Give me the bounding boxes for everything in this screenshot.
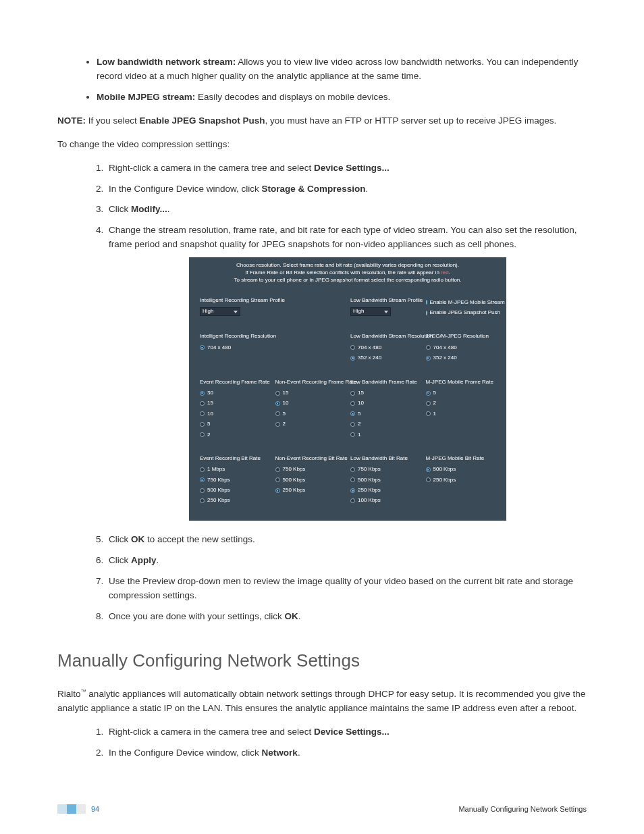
note-prefix: NOTE: [57, 115, 86, 126]
note-paragraph: NOTE: If you select Enable JPEG Snapshot… [57, 114, 587, 128]
radio-label: 250 Kbps [283, 486, 306, 494]
radio-icon [426, 477, 431, 482]
radio-label: 500 Kbps [207, 486, 230, 494]
radio-label: 1 [433, 410, 436, 418]
radio-nerbr-500[interactable]: 500 Kbps [275, 476, 346, 484]
radio-icon [350, 467, 355, 472]
panel-header-text: . [449, 269, 450, 276]
bullet-bold: Low bandwidth network stream: [97, 57, 236, 67]
settings-panel: Choose resolution. Select frame rate and… [189, 257, 506, 521]
label-irsp: Intelligent Recording Stream Profile [200, 296, 345, 305]
step-text: In the Configure Device window, click [109, 184, 262, 194]
col-irr: Intelligent Recording Resolution 704 x 4… [197, 328, 348, 369]
trademark-icon: ™ [81, 689, 86, 695]
step-text: . [298, 748, 300, 758]
radio-jmr-704[interactable]: 704 x 480 [426, 344, 496, 352]
step-text: Right-click a camera in the camera tree … [109, 727, 314, 737]
step-text: Right-click a camera in the camera tree … [109, 163, 314, 173]
col-nerbr: Non-Event Recording Bit Rate 750 Kbps 50… [273, 450, 348, 513]
radio-label: 750 Kbps [358, 465, 381, 473]
note-text: , you must have an FTP or HTTP server se… [265, 115, 557, 126]
step-item: Use the Preview drop-down men to review … [106, 575, 587, 603]
radio-lbsr-352[interactable]: 352 x 240 [350, 354, 421, 362]
radio-lbbr-500[interactable]: 500 Kbps [350, 476, 421, 484]
radio-mjfr-5[interactable]: 5 [426, 389, 496, 397]
radio-icon [275, 401, 280, 406]
paragraph-text: analytic appliances will automatically o… [57, 689, 585, 713]
radio-lbbr-750[interactable]: 750 Kbps [350, 465, 421, 473]
radio-label: 352 x 240 [433, 354, 457, 362]
radio-label: 500 Kbps [358, 476, 381, 484]
label-nerbr: Non-Event Recording Bit Rate [275, 454, 346, 463]
radio-enable-snap[interactable]: Enable JPEG Snapshot Push [426, 309, 496, 317]
radio-label: 10 [283, 399, 289, 407]
radio-lbfr-1[interactable]: 1 [350, 431, 421, 439]
col-enable: Enable M-JPEG Mobile Stream Enable JPEG … [423, 292, 499, 325]
radio-label: 5 [358, 410, 360, 418]
select-irsp[interactable]: High [200, 307, 240, 316]
radio-label: Enable M-JPEG Mobile Stream [430, 298, 505, 307]
label-nerfr: Non-Event Recording Frame Rate [275, 378, 346, 386]
radio-lbsr-704[interactable]: 704 x 480 [350, 344, 421, 352]
col-erbr: Event Recording Bit Rate 1 Mbps 750 Kbps… [197, 450, 273, 513]
select-lbsp[interactable]: High [350, 307, 391, 316]
radio-lbbr-250[interactable]: 250 Kbps [350, 486, 421, 494]
step-text: In the Configure Device window, click [109, 748, 262, 758]
radio-label: 15 [283, 389, 289, 397]
bullet-text: Easily decodes and displays on mobile de… [195, 92, 390, 102]
note-text: If you select [86, 115, 140, 126]
col-jmr: JPEG/M-JPEG Resolution 704 x 480 352 x 2… [423, 328, 499, 369]
radio-erfr-5[interactable]: 5 [200, 420, 270, 428]
radio-lbfr-10[interactable]: 10 [350, 399, 421, 407]
radio-nerfr-15[interactable]: 15 [275, 389, 346, 397]
col-lbfr: Low Bandwidth Frame Rate 15 10 5 2 1 [348, 374, 423, 446]
radio-erfr-2[interactable]: 2 [200, 431, 270, 439]
label-irr: Intelligent Recording Resolution [200, 332, 345, 340]
radio-nerfr-10[interactable]: 10 [275, 399, 346, 407]
radio-mjbr-250[interactable]: 250 Kbps [426, 476, 496, 484]
radio-nerfr-2[interactable]: 2 [275, 420, 346, 428]
radio-jmr-352[interactable]: 352 x 240 [426, 354, 496, 362]
radio-erbr-1m[interactable]: 1 Mbps [200, 465, 270, 473]
label-erbr: Event Recording Bit Rate [200, 454, 270, 463]
radio-icon [426, 300, 427, 305]
step-item: In the Configure Device window, click Ne… [106, 746, 587, 760]
radio-icon [426, 401, 431, 406]
radio-erfr-10[interactable]: 10 [200, 410, 270, 418]
radio-icon [426, 391, 431, 396]
radio-irr-704[interactable]: 704 x 480 [200, 344, 345, 352]
radio-label: 2 [358, 420, 360, 428]
radio-erbr-250[interactable]: 250 Kbps [200, 496, 270, 504]
radio-erfr-30[interactable]: 30 [200, 389, 270, 397]
step-bold: OK [131, 534, 144, 544]
step-item: Once you are done with your settings, cl… [106, 610, 587, 624]
steps-list-a: Right-click a camera in the camera tree … [57, 161, 587, 624]
radio-mjbr-500[interactable]: 500 Kbps [426, 465, 496, 473]
radio-lbfr-2[interactable]: 2 [350, 420, 421, 428]
radio-lbfr-5[interactable]: 5 [350, 410, 421, 418]
radio-enable-mjpeg[interactable]: Enable M-JPEG Mobile Stream [426, 298, 496, 307]
radio-lbbr-100[interactable]: 100 Kbps [350, 496, 421, 504]
radio-icon [426, 356, 431, 361]
radio-mjfr-2[interactable]: 2 [426, 399, 496, 407]
radio-icon [350, 477, 355, 482]
col-lbbr: Low Bandwidth Bit Rate 750 Kbps 500 Kbps… [348, 450, 423, 513]
step-item: Click OK to accept the new settings. [106, 533, 587, 547]
radio-lbfr-15[interactable]: 15 [350, 389, 421, 397]
radio-erbr-750[interactable]: 750 Kbps [200, 476, 270, 484]
footer-swatch-icon [57, 804, 86, 814]
radio-erbr-500[interactable]: 500 Kbps [200, 486, 270, 494]
radio-nerfr-5[interactable]: 5 [275, 410, 346, 418]
radio-erfr-15[interactable]: 15 [200, 399, 270, 407]
page-number: 94 [91, 805, 99, 813]
section2-paragraph: Rialto™ analytic appliances will automat… [57, 687, 587, 716]
radio-label: Enable JPEG Snapshot Push [430, 309, 501, 317]
radio-label: 250 Kbps [433, 476, 456, 484]
radio-icon [200, 401, 205, 406]
radio-icon [200, 488, 205, 493]
radio-mjfr-1[interactable]: 1 [426, 410, 496, 418]
label-erfr: Event Recording Frame Rate [200, 378, 270, 386]
radio-nerbr-750[interactable]: 750 Kbps [275, 465, 346, 473]
step-item: Change the stream resolution, frame rate… [106, 224, 587, 520]
radio-nerbr-250[interactable]: 250 Kbps [275, 486, 346, 494]
